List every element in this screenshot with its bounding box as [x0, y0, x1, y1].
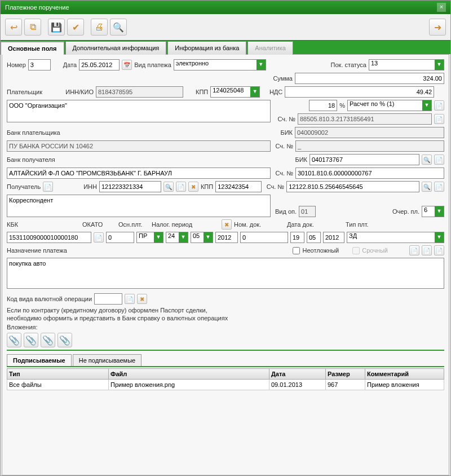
search-button[interactable]: 🔍	[110, 19, 127, 36]
th-comment: Комментарий	[365, 369, 444, 380]
payer-kpp-select[interactable]: 124025048▼	[210, 86, 260, 98]
tip-label: Тип плт.	[346, 221, 369, 228]
osn-select[interactable]: ПР▼	[136, 232, 163, 243]
bik-lookup-icon[interactable]: 🔍	[422, 155, 432, 165]
term-checkbox[interactable]	[352, 247, 360, 254]
copy-button[interactable]: ⧉	[24, 19, 41, 36]
exit-button[interactable]: ➜	[429, 19, 446, 36]
period3-input[interactable]	[215, 232, 238, 243]
recip-bik-input[interactable]	[309, 154, 419, 165]
recip-inn-input[interactable]	[99, 181, 161, 192]
payer-name-textarea[interactable]	[7, 100, 271, 122]
recip-kpp-input[interactable]	[215, 181, 262, 192]
attachments-table: Тип Файл Дата Размер Комментарий Все фай…	[7, 368, 444, 390]
purpose-icon3[interactable]: 📄	[434, 245, 444, 255]
payer-inn-label: ИНН/КИО	[63, 89, 94, 95]
recip-acc-info-icon[interactable]: 📄	[434, 182, 444, 192]
subtab-unsigned[interactable]: Не подписываемые	[73, 354, 142, 366]
recip-name-textarea[interactable]	[7, 195, 271, 217]
toolbar: ↩ ⧉ 💾 ✔ 🖨 🔍 ➜	[1, 14, 450, 40]
check-button[interactable]: ✔	[67, 19, 84, 36]
dd3-input[interactable]	[323, 232, 344, 243]
code-input[interactable]	[94, 293, 122, 305]
recip-inn-label: ИНН	[83, 183, 97, 190]
purpose-icon2[interactable]: 📄	[422, 245, 432, 255]
acc-lookup-icon[interactable]: 📄	[434, 114, 444, 124]
date-input[interactable]	[79, 59, 120, 70]
payer-bank-name-input[interactable]	[7, 140, 271, 152]
attach-add-icon[interactable]: 📎	[7, 333, 21, 347]
payer-inn-input[interactable]	[96, 86, 183, 98]
td-file: Пример вложения.png	[109, 380, 269, 390]
close-icon[interactable]: ×	[437, 3, 446, 12]
vidop-input[interactable]	[299, 206, 316, 217]
recip-acc-input[interactable]	[286, 181, 419, 192]
datadoc-label: Дата док.	[287, 221, 343, 228]
okato-input[interactable]	[106, 232, 134, 243]
kbk-lookup-icon[interactable]: 📄	[94, 232, 104, 243]
td-type: Все файлы	[7, 380, 109, 390]
tab-bank[interactable]: Информация из банка	[167, 41, 246, 55]
attach-view-icon[interactable]: 📎	[24, 333, 38, 347]
print-button[interactable]: 🖨	[91, 19, 108, 36]
payer-bik-label: БИК	[272, 129, 293, 136]
dd2-input[interactable]	[307, 232, 321, 243]
paytype-label: Вид платежа	[134, 61, 171, 68]
recip-label: Получатель	[7, 183, 41, 190]
status-select[interactable]: 13▼	[369, 59, 444, 70]
recip-acc-lookup-icon[interactable]: 🔍	[422, 182, 432, 192]
paytype-select[interactable]: электронно▼	[174, 59, 266, 70]
number-label: Номер	[7, 61, 26, 68]
calendar-icon[interactable]: 📅	[122, 60, 132, 70]
period2-select[interactable]: 05▼	[191, 232, 213, 243]
recip-bank-acc-input[interactable]	[295, 168, 444, 179]
tab-extra[interactable]: Дополнительная информация	[65, 41, 167, 55]
status-label: Пок. статуса	[331, 61, 366, 68]
purpose-textarea[interactable]	[7, 258, 444, 289]
attach-save-icon[interactable]: 📎	[41, 333, 55, 347]
purpose-label: Назначение платежа	[7, 247, 67, 254]
td-comment: Пример вложения	[365, 380, 444, 390]
number-input[interactable]	[28, 59, 51, 70]
inn-lookup-icon[interactable]: 🔍	[163, 182, 174, 192]
back-button[interactable]: ↩	[5, 19, 22, 36]
code-icon1[interactable]: 📄	[125, 294, 135, 304]
period-clear-icon[interactable]: ✖	[222, 219, 232, 230]
calc-select[interactable]: Расчет по % (1)▼	[347, 100, 432, 111]
urgent-checkbox[interactable]	[293, 247, 300, 254]
tab-main[interactable]: Основные поля	[1, 41, 64, 55]
dd1-input[interactable]	[290, 232, 304, 243]
nomdoc-input[interactable]	[240, 232, 288, 243]
titlebar: Платежное поручение ×	[1, 1, 450, 14]
ocher-select[interactable]: 6▼	[422, 206, 444, 217]
payer-acc-label: Сч. №	[275, 116, 295, 122]
td-date: 09.01.2013	[269, 380, 326, 390]
subtab-signed[interactable]: Подписываемые	[7, 354, 72, 366]
period1-select[interactable]: 24▼	[166, 232, 188, 243]
purpose-icon1[interactable]: 📄	[409, 245, 419, 255]
attach-del-icon[interactable]: 📎	[58, 333, 72, 347]
payer-bank-acc-input[interactable]	[295, 140, 444, 152]
code-icon2[interactable]: ✖	[137, 294, 147, 304]
recip-bank-name-input[interactable]	[7, 168, 271, 179]
code-label: Код вида валютной операции	[7, 296, 92, 302]
payer-acc-input[interactable]	[298, 113, 432, 125]
inn-info-icon[interactable]: 📄	[176, 182, 186, 192]
inn-clear-icon[interactable]: ✖	[188, 182, 198, 192]
nds-input[interactable]	[285, 86, 434, 98]
okato-label: ОКАТО	[82, 221, 116, 228]
pct-input[interactable]	[309, 100, 337, 111]
save-button[interactable]: 💾	[48, 19, 65, 36]
kbk-input[interactable]	[7, 232, 91, 243]
sum-input[interactable]	[295, 73, 444, 84]
nds-label: НДС	[262, 89, 282, 95]
tip-select[interactable]: ЗД▼	[347, 232, 444, 243]
payer-kpp-label: КПП	[196, 89, 208, 95]
payer-bik-input[interactable]	[295, 127, 444, 138]
recip-lookup-icon[interactable]: 📄	[43, 182, 53, 192]
recip-bank-acc-label: Сч. №	[273, 170, 293, 177]
bik-info-icon[interactable]: 📄	[434, 155, 444, 165]
th-file: Файл	[109, 369, 269, 380]
calc-icon[interactable]: 📄	[434, 100, 444, 111]
table-row[interactable]: Все файлы Пример вложения.png 09.01.2013…	[7, 380, 444, 390]
